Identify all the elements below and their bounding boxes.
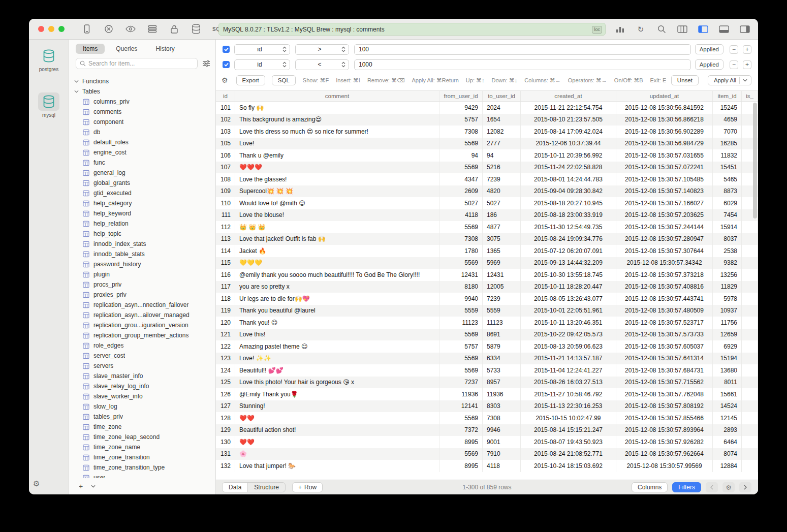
sql-button[interactable]: SQL — [272, 75, 296, 85]
cell-created_at[interactable]: 2015-11-13 22:30:16.253 — [521, 400, 616, 413]
sidebar-table-help_relation[interactable]: help_relation — [69, 218, 215, 229]
cell-created_at[interactable]: 2015-11-30 12:54:49.735 — [521, 221, 616, 233]
cell-from_user_id[interactable]: 8180 — [439, 281, 483, 293]
cell-id[interactable]: 123 — [216, 353, 235, 365]
cell-updated_at[interactable]: 2015-12-08 15:30:57.408816 — [616, 281, 713, 293]
cell-created_at[interactable]: 2015-11-04 12:24:41.227 — [521, 364, 616, 377]
table-row-119[interactable]: 119Thank you beautiful @laurel5559555920… — [216, 305, 758, 317]
lock-icon[interactable] — [168, 23, 180, 35]
table-row-109[interactable]: 109Supercool💥 💥 💥260948202015-09-04 09:2… — [216, 185, 758, 198]
cell-created_at[interactable]: 2015-08-14 15:15:21.247 — [521, 424, 616, 436]
table-row-115[interactable]: 115💛💛💛556959692015-09-13 14:44:32.209201… — [216, 257, 758, 269]
disconnect-icon[interactable] — [103, 23, 115, 35]
cell-from_user_id[interactable]: 11936 — [439, 388, 483, 400]
cell-updated_at[interactable]: 2015-12-08 15:30:57.605037 — [616, 340, 713, 353]
cell-updated_at[interactable]: 2015-12-08 15:30:57.34342 — [616, 257, 713, 269]
filter-enabled-checkbox[interactable] — [223, 46, 230, 53]
cell-is_[interactable] — [742, 245, 758, 257]
tab-data[interactable]: Data — [223, 483, 248, 492]
cell-created_at[interactable]: 2015-09-13 14:44:32.209 — [521, 257, 616, 269]
cell-to_user_id[interactable]: 2777 — [483, 138, 521, 150]
cell-comment[interactable]: Love! ✨✨ — [235, 353, 439, 365]
cell-updated_at[interactable]: 2015-12-08 15:30:57.684731 — [616, 364, 713, 377]
cell-to_user_id[interactable]: 5027 — [483, 197, 521, 209]
cell-created_at[interactable]: 2015-10-01 22:05:51.961 — [521, 305, 616, 317]
cell-created_at[interactable]: 2015-11-21 14:13:57.187 — [521, 353, 616, 365]
connection-postgres[interactable]: postgres — [29, 47, 69, 72]
sidebar-table-general_log[interactable]: general_log — [69, 168, 215, 178]
column-header-item_id[interactable]: item_id — [713, 91, 742, 101]
cell-from_user_id[interactable]: 5559 — [439, 305, 483, 317]
column-header-from_user_id[interactable]: from_user_id — [439, 91, 483, 101]
cell-from_user_id[interactable]: 5569 — [439, 257, 483, 269]
page-settings-gear-icon[interactable]: ⚙ — [722, 482, 735, 492]
cell-created_at[interactable]: 2015-10-22 09:42:05.573 — [521, 329, 616, 341]
cell-to_user_id[interactable]: 3075 — [483, 233, 521, 245]
add-filter-button[interactable]: + — [743, 60, 751, 69]
table-row-118[interactable]: 118Ur legs are to die for🙌💖994072392015-… — [216, 293, 758, 305]
cell-is_[interactable] — [742, 412, 758, 424]
cell-id[interactable]: 108 — [216, 173, 235, 185]
cell-item_id[interactable]: 6929 — [713, 340, 742, 353]
table-row-110[interactable]: 110Would love to! @mith 😊502750272015-08… — [216, 197, 758, 209]
cell-comment[interactable]: Ur legs are to die for🙌💖 — [235, 293, 439, 305]
cell-id[interactable]: 128 — [216, 412, 235, 424]
cell-from_user_id[interactable]: 5569 — [439, 364, 483, 377]
sidebar-table-gtid_executed[interactable]: gtid_executed — [69, 188, 215, 198]
cell-id[interactable]: 105 — [216, 138, 235, 150]
cell-created_at[interactable]: 2015-11-24 22:02:58.828 — [521, 162, 616, 174]
cell-updated_at[interactable]: 2015-12-08 15:30:57.641314 — [616, 353, 713, 365]
cell-to_user_id[interactable]: 5969 — [483, 257, 521, 269]
cell-id[interactable]: 119 — [216, 305, 235, 317]
cell-id[interactable]: 110 — [216, 197, 235, 209]
column-header-to_user_id[interactable]: to_user_id — [483, 91, 521, 101]
table-row-132[interactable]: 132Love that jumper! 🐎899541182015-10-24… — [216, 460, 758, 472]
apply-all-button[interactable]: Apply All — [708, 75, 751, 85]
table-row-130[interactable]: 130❤️❤️899590012015-08-07 19:43:50.92320… — [216, 436, 758, 448]
cell-id[interactable]: 117 — [216, 281, 235, 293]
cell-updated_at[interactable]: 2015-12-08 15:30:57.808192 — [616, 400, 713, 413]
table-row-113[interactable]: 113Love that jacket! Outfit is fab 🙌7308… — [216, 233, 758, 245]
table-row-123[interactable]: 123Love! ✨✨556963342015-11-21 14:13:57.1… — [216, 353, 758, 365]
cell-comment[interactable]: Stunning! — [235, 400, 439, 413]
close-window-button[interactable] — [38, 26, 44, 32]
vertical-scrollbar[interactable] — [753, 103, 757, 218]
cell-item_id[interactable]: 12145 — [713, 412, 742, 424]
table-row-101[interactable]: 101So fly 🙌942920242015-11-21 22:12:54.7… — [216, 102, 758, 114]
table-row-122[interactable]: 122Amazing pastel theme 😊575758792015-08… — [216, 340, 758, 353]
cell-id[interactable]: 112 — [216, 221, 235, 233]
cell-created_at[interactable]: 2015-10-11 13:20:46.351 — [521, 317, 616, 329]
cell-comment[interactable]: @emily thank you soooo much beautiful!!!… — [235, 269, 439, 281]
cell-from_user_id[interactable]: 5569 — [439, 221, 483, 233]
cell-item_id[interactable]: 15194 — [713, 353, 742, 365]
cell-is_[interactable] — [742, 329, 758, 341]
remove-filter-button[interactable]: − — [730, 60, 738, 69]
table-row-117[interactable]: 117you are so pretty x8180120052015-10-1… — [216, 281, 758, 293]
cell-updated_at[interactable]: 2015-12-08 15:30:57.99569 — [616, 460, 713, 472]
database-icon[interactable] — [190, 23, 202, 35]
cell-is_[interactable] — [742, 257, 758, 269]
cell-comment[interactable]: ❤️❤️❤️ — [235, 162, 439, 174]
cell-is_[interactable] — [742, 424, 758, 436]
sidebar-table-servers[interactable]: servers — [69, 361, 215, 371]
cell-item_id[interactable]: 16285 — [713, 138, 742, 150]
cell-to_user_id[interactable]: 9001 — [483, 436, 521, 448]
cell-updated_at[interactable]: 2015-12-08 15:30:57.140823 — [616, 185, 713, 198]
cell-id[interactable]: 115 — [216, 257, 235, 269]
cell-created_at[interactable]: 2015-08-24 21:08:52.771 — [521, 448, 616, 460]
cell-item_id[interactable]: 11829 — [713, 281, 742, 293]
cell-created_at[interactable]: 2015-12-06 10:37:39.44 — [521, 138, 616, 150]
cell-id[interactable]: 107 — [216, 162, 235, 174]
filter-settings-gear-icon[interactable]: ⚙ — [222, 76, 228, 84]
sidebar-table-columns_priv[interactable]: columns_priv — [69, 97, 215, 107]
cell-updated_at[interactable]: 2015-12-08 15:30:56.984729 — [616, 138, 713, 150]
cell-to_user_id[interactable]: 5559 — [483, 305, 521, 317]
cell-updated_at[interactable]: 2015-12-08 15:30:57.523717 — [616, 317, 713, 329]
table-row-112[interactable]: 112👑 👑 👑556948772015-11-30 12:54:49.7352… — [216, 221, 758, 233]
column-header-updated_at[interactable]: updated_at — [616, 91, 713, 101]
cell-comment[interactable]: Love the glasses! — [235, 173, 439, 185]
cell-from_user_id[interactable]: 5569 — [439, 412, 483, 424]
cell-comment[interactable]: Beautiful action shot! — [235, 424, 439, 436]
cell-updated_at[interactable]: 2015-12-08 15:30:57.480509 — [616, 305, 713, 317]
cell-item_id[interactable]: 12659 — [713, 329, 742, 341]
